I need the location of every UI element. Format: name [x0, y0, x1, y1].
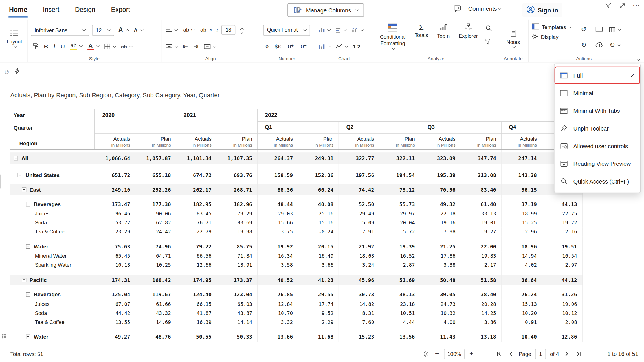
- value-cell[interactable]: 3.24: [339, 261, 379, 270]
- totals-button[interactable]: Σ Totals: [412, 23, 430, 39]
- value-cell[interactable]: 51.58: [460, 275, 501, 285]
- value-cell[interactable]: 43.32: [135, 309, 176, 318]
- font-size-select[interactable]: 12: [92, 25, 114, 36]
- value-cell[interactable]: 249.31: [298, 152, 339, 164]
- value-cell[interactable]: 29.97: [379, 209, 420, 218]
- value-cell[interactable]: 26.85: [257, 289, 298, 300]
- notes-button[interactable]: Notes: [504, 28, 522, 48]
- value-cell[interactable]: 44.12: [542, 275, 582, 285]
- value-cell[interactable]: 16.34: [257, 252, 298, 261]
- top-n-button[interactable]: Top n: [435, 23, 452, 40]
- value-cell[interactable]: 74.96: [135, 241, 176, 252]
- value-cell[interactable]: 322.77: [339, 152, 379, 164]
- value-cell[interactable]: 173.37: [216, 275, 257, 285]
- value-cell[interactable]: 12.84: [257, 300, 298, 309]
- measure-header[interactable]: Planin Millions: [298, 134, 339, 149]
- collapse-toggle-icon[interactable]: −: [14, 156, 18, 160]
- value-cell[interactable]: 24.73: [420, 300, 460, 309]
- collapse-toggle-icon[interactable]: −: [26, 334, 30, 339]
- value-cell[interactable]: 10.20: [501, 309, 542, 318]
- table-row-sparkling-water[interactable]: Sparkling Water10.1810.2512.6613.913.583…: [10, 261, 582, 270]
- combo-chart-button[interactable]: [351, 27, 365, 34]
- value-cell[interactable]: -0.24: [298, 228, 339, 237]
- measure-header[interactable]: Planin Millions: [460, 134, 501, 149]
- value-cell[interactable]: 4.02: [501, 261, 542, 270]
- value-cell[interactable]: 10.70: [257, 309, 298, 318]
- value-cell[interactable]: 48.76: [135, 331, 176, 342]
- value-cell[interactable]: 64.71: [135, 252, 176, 261]
- value-cell[interactable]: 13.56: [379, 331, 420, 342]
- value-cell[interactable]: 85.75: [216, 241, 257, 252]
- percent-format-button[interactable]: %: [263, 43, 271, 50]
- value-cell[interactable]: 83.69: [216, 218, 257, 228]
- value-cell[interactable]: 7.98: [420, 228, 460, 237]
- collapse-toggle-icon[interactable]: −: [22, 187, 26, 192]
- value-cell[interactable]: 3.66: [298, 261, 339, 270]
- value-cell[interactable]: 66.15: [176, 300, 216, 309]
- value-cell[interactable]: 18.96: [501, 241, 542, 252]
- value-cell[interactable]: 74.42: [339, 184, 379, 195]
- value-cell[interactable]: 68.36: [257, 184, 298, 195]
- manage-columns-button[interactable]: Manage Columns: [287, 3, 364, 17]
- value-cell[interactable]: 252.26: [135, 184, 176, 195]
- value-cell[interactable]: 12.86: [542, 331, 582, 342]
- value-cell[interactable]: 66.56: [176, 252, 216, 261]
- strikethrough-button[interactable]: ab: [120, 43, 133, 50]
- value-cell[interactable]: 50.48: [420, 275, 460, 285]
- value-cell[interactable]: 14.69: [135, 318, 176, 327]
- value-cell[interactable]: 1,057.87: [135, 152, 176, 164]
- value-cell[interactable]: 168.42: [135, 275, 176, 285]
- value-cell[interactable]: 3.38: [420, 261, 460, 270]
- value-cell[interactable]: 2.87: [379, 261, 420, 270]
- value-cell[interactable]: 22.75: [542, 209, 582, 218]
- value-cell[interactable]: 25.16: [298, 209, 339, 218]
- table-row-juices[interactable]: Juices67.0761.6666.1565.0312.8417.7414.8…: [10, 300, 582, 309]
- chart-type-button[interactable]: [317, 43, 331, 50]
- value-cell[interactable]: 21.92: [339, 241, 379, 252]
- value-cell[interactable]: 20.15: [298, 241, 339, 252]
- bar-chart-button[interactable]: [334, 27, 348, 34]
- value-cell[interactable]: 19.01: [460, 218, 501, 228]
- value-cell[interactable]: 11.43: [420, 331, 460, 342]
- value-cell[interactable]: 2.96: [501, 228, 542, 237]
- collapse-toggle-icon[interactable]: −: [26, 244, 30, 249]
- value-cell[interactable]: 33.13: [460, 209, 501, 218]
- year-header-2020[interactable]: 2020: [94, 109, 176, 134]
- value-cell[interactable]: 16.54: [542, 252, 582, 261]
- table-row-mineral-water[interactable]: Mineral Water65.4564.7166.5671.8416.3416…: [10, 252, 582, 261]
- value-cell[interactable]: 124.40: [176, 289, 216, 300]
- value-cell[interactable]: 14.94: [501, 252, 542, 261]
- value-cell[interactable]: 22.00: [460, 241, 501, 252]
- value-cell[interactable]: 37.19: [501, 199, 542, 209]
- value-cell[interactable]: 4.44: [379, 318, 420, 327]
- value-cell[interactable]: 323.09: [420, 152, 460, 164]
- value-cell[interactable]: 15.25: [501, 218, 542, 228]
- value-cell[interactable]: 15.23: [339, 331, 379, 342]
- value-cell[interactable]: 16.49: [298, 252, 339, 261]
- value-cell[interactable]: 15.66: [257, 218, 298, 228]
- value-cell[interactable]: 11.68: [298, 331, 339, 342]
- value-cell[interactable]: 1,107.35: [216, 152, 257, 164]
- year-header-2021[interactable]: 2021: [176, 109, 257, 134]
- value-cell[interactable]: 43.87: [216, 309, 257, 318]
- export-table-button[interactable]: [608, 26, 622, 33]
- value-cell[interactable]: 7.60: [339, 318, 379, 327]
- year-header-2022[interactable]: 2022: [257, 109, 582, 122]
- value-cell[interactable]: 19.16: [420, 218, 460, 228]
- value-cell[interactable]: 18.99: [501, 209, 542, 218]
- underline-button[interactable]: U: [60, 42, 66, 50]
- value-cell[interactable]: 264.37: [257, 152, 298, 164]
- measure-header[interactable]: Actualsin Millions: [339, 134, 379, 149]
- decrease-decimals-button[interactable]: .0⁻: [298, 42, 308, 50]
- value-cell[interactable]: 10.51: [379, 309, 420, 318]
- quarter-header-q2[interactable]: Q2: [339, 122, 420, 134]
- table-row-east[interactable]: −East249.10252.26262.17268.7168.3660.247…: [10, 184, 582, 195]
- layout-button[interactable]: Layout: [4, 29, 25, 48]
- value-cell[interactable]: 79.29: [216, 209, 257, 218]
- value-cell[interactable]: 56.15: [501, 184, 542, 195]
- value-cell[interactable]: 7.91: [339, 228, 379, 237]
- value-cell[interactable]: 2.08: [542, 318, 582, 327]
- redo-icon[interactable]: ↻: [581, 42, 587, 48]
- cloud-upload-icon[interactable]: [595, 41, 603, 49]
- table-row-beverages[interactable]: −Beverages125.04119.67124.40123.0426.852…: [10, 289, 582, 300]
